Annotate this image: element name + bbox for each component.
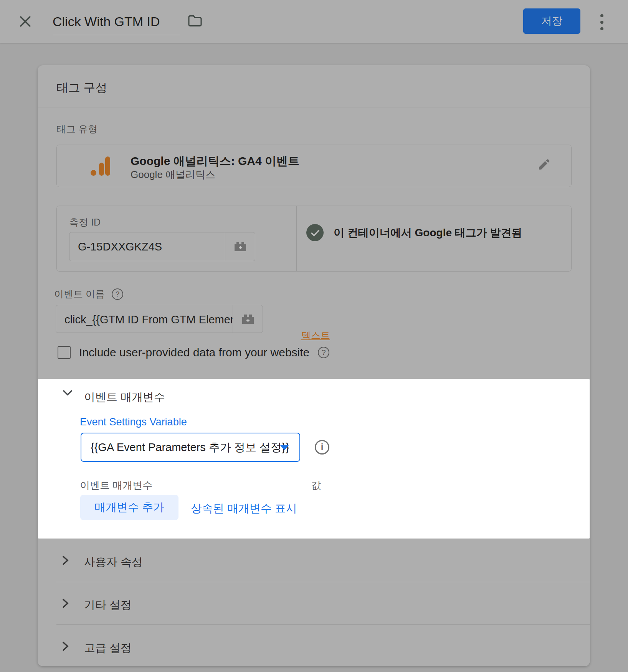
section-advanced-settings[interactable]: 고급 설정: [38, 624, 590, 667]
pencil-icon: [536, 157, 551, 173]
measurement-id-section: 측정 ID G-15DXXGKZ4S 이 컨테이너에서 Google 태그가 발…: [56, 206, 572, 272]
chevron-right-icon: [61, 598, 69, 609]
add-parameter-button[interactable]: 매개변수 추가: [80, 495, 178, 520]
help-icon[interactable]: ?: [318, 347, 329, 358]
section-label: 고급 설정: [84, 641, 132, 656]
google-tag-status: 이 컨테이너에서 Google 태그가 발견됨: [306, 224, 522, 241]
chevron-right-icon: [61, 555, 69, 566]
section-other-settings[interactable]: 기타 설정: [38, 581, 590, 624]
param-column-label: 이벤트 매개변수: [80, 479, 152, 492]
chevron-right-icon: [61, 641, 69, 652]
tag-type-name: Google 애널리틱스: GA4 이벤트: [131, 153, 299, 169]
user-data-row: Include user-provided data from your web…: [58, 346, 329, 359]
measurement-id-label: 측정 ID: [69, 216, 101, 229]
folder-icon[interactable]: [187, 14, 203, 28]
event-name-input[interactable]: click_{{GTM ID From GTM Elemen: [56, 305, 233, 333]
chevron-down-icon: [62, 389, 73, 397]
event-name-label: 이벤트 이름: [54, 288, 105, 300]
info-icon[interactable]: i: [315, 440, 329, 455]
close-icon: [19, 15, 32, 28]
text-toggle-link[interactable]: 텍스트: [301, 329, 330, 342]
insert-variable-button[interactable]: [225, 232, 255, 261]
section-user-properties[interactable]: 사용자 속성: [38, 539, 590, 581]
overflow-menu-button[interactable]: [597, 13, 607, 31]
kebab-icon: [600, 14, 603, 17]
esv-selected-value: {{GA Event Parameters 추가 정보 설정}}: [91, 433, 289, 461]
card-title: 태그 구성: [56, 80, 107, 96]
event-name-label-row: 이벤트 이름 ?: [54, 288, 123, 300]
event-settings-variable-select[interactable]: {{GA Event Parameters 추가 정보 설정}}: [81, 433, 300, 462]
measurement-id-input[interactable]: G-15DXXGKZ4S: [69, 232, 225, 261]
section-label: 사용자 속성: [84, 555, 143, 570]
variable-brick-icon: [240, 313, 256, 326]
event-name-input-group: click_{{GTM ID From GTM Elemen: [56, 305, 263, 333]
tag-type-box[interactable]: Google 애널리틱스: GA4 이벤트 Google 애널리틱스: [56, 145, 572, 187]
help-icon[interactable]: ?: [112, 288, 123, 300]
user-data-label: Include user-provided data from your web…: [79, 346, 309, 359]
save-button[interactable]: 저장: [523, 8, 580, 34]
value-column-label: 값: [311, 479, 321, 492]
tag-name-field[interactable]: Click With GTM ID: [53, 10, 180, 35]
event-parameters-title: 이벤트 매개변수: [84, 390, 165, 405]
user-data-checkbox[interactable]: [58, 346, 71, 359]
close-button[interactable]: [17, 13, 34, 30]
tag-configuration-card: 태그 구성 태그 유형 Google 애널리틱스: GA4 이벤트 Google…: [38, 65, 590, 666]
google-tag-status-text: 이 컨테이너에서 Google 태그가 발견됨: [334, 226, 522, 240]
esv-label: Event Settings Variable: [80, 416, 187, 428]
edit-tag-type-button[interactable]: [536, 157, 553, 174]
section-label: 기타 설정: [84, 598, 132, 613]
dropdown-caret-icon: [280, 445, 289, 450]
measurement-id-input-group: G-15DXXGKZ4S: [69, 232, 255, 261]
insert-variable-button[interactable]: [233, 305, 263, 333]
event-parameters-section: 이벤트 매개변수 Event Settings Variable {{GA Ev…: [38, 379, 590, 539]
check-icon: [306, 224, 324, 241]
show-inherited-parameters-link[interactable]: 상속된 매개변수 표시: [191, 501, 297, 516]
add-parameter-label: 매개변수 추가: [94, 501, 164, 513]
google-analytics-icon: [91, 156, 111, 176]
card-header: 태그 구성: [38, 65, 590, 107]
tag-type-label: 태그 유형: [56, 123, 98, 135]
top-bar: Click With GTM ID 저장: [0, 0, 628, 43]
save-button-label: 저장: [541, 14, 563, 28]
vertical-divider: [296, 206, 297, 271]
gtm-tag-editor: Click With GTM ID 저장 태그 구성 태그 유형 Google …: [0, 0, 628, 672]
tag-title: Click With GTM ID: [53, 14, 160, 29]
tag-type-subtitle: Google 애널리틱스: [131, 168, 215, 181]
event-parameters-header[interactable]: 이벤트 매개변수: [38, 379, 590, 404]
variable-brick-icon: [233, 240, 248, 253]
